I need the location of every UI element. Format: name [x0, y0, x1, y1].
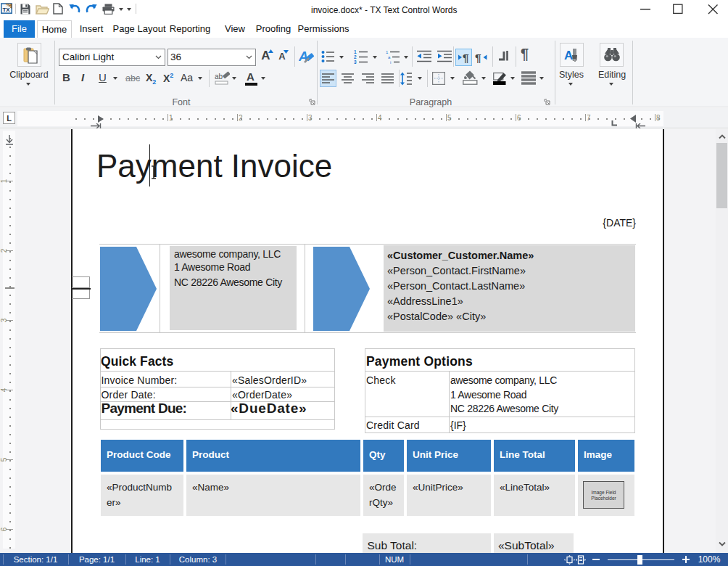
svg-text:2: 2 [354, 54, 357, 60]
svg-text:A: A [299, 49, 308, 64]
svg-text:A: A [564, 49, 573, 62]
svg-text:i: i [390, 60, 391, 64]
svg-text:1: 1 [354, 49, 357, 54]
svg-text:3: 3 [354, 60, 357, 64]
svg-text:¶: ¶ [463, 52, 469, 64]
svg-text:1: 1 [386, 50, 389, 54]
svg-text:TX: TX [2, 7, 10, 13]
svg-text:a: a [388, 55, 391, 60]
svg-text:¶: ¶ [475, 52, 481, 64]
svg-text:ab: ab [215, 73, 223, 81]
